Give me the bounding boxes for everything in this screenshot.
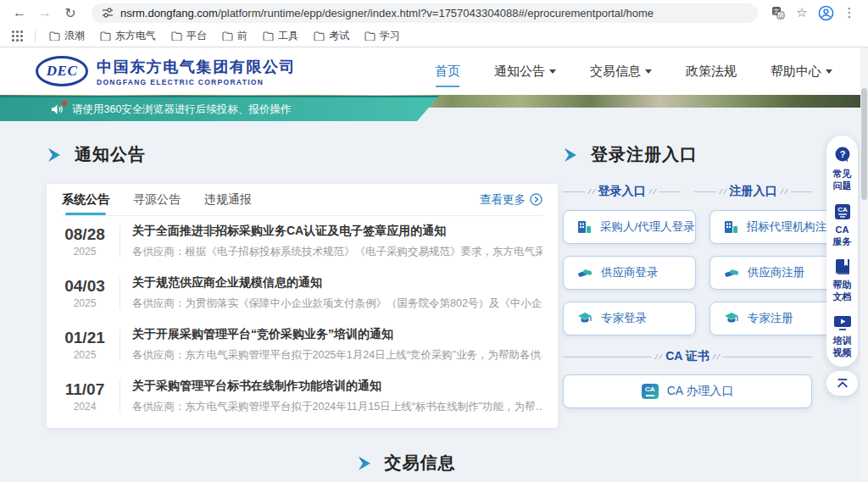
menu-kebab-icon[interactable]: ⋮ bbox=[839, 3, 860, 23]
handshake-icon bbox=[577, 267, 593, 280]
bookmark-item[interactable]: 考试 bbox=[309, 27, 354, 45]
rail-label: CA服务 bbox=[832, 224, 854, 248]
training-videos-item[interactable]: 培训视频 bbox=[832, 314, 854, 359]
speaker-icon bbox=[51, 103, 64, 115]
notice-title[interactable]: 关于开展采购管理平台“竞价采购业务”培训的通知 bbox=[132, 327, 542, 342]
building-icon bbox=[724, 220, 738, 234]
section-title: 交易信息 bbox=[385, 452, 456, 474]
bookmark-label: 平台 bbox=[186, 29, 207, 43]
entry-button-label: 招标代理机构注册 bbox=[747, 219, 838, 235]
company-name-en: DONGFANG ELECTRIC CORPORATION bbox=[97, 78, 296, 86]
notice-date-year: 2024 bbox=[62, 401, 108, 413]
notice-row[interactable]: 08/28 2025 关于全面推进非招标采购业务CA认证及电子签章应用的通知 各… bbox=[62, 216, 542, 268]
tab-system-notices[interactable]: 系统公告 bbox=[62, 184, 109, 215]
forward-button[interactable]: → bbox=[34, 2, 56, 24]
question-bubble-icon: ? bbox=[833, 146, 852, 164]
supplier-login-button[interactable]: 供应商登录 bbox=[563, 256, 696, 290]
trade-info-section-header: 交易信息 bbox=[0, 452, 812, 474]
notices-section: 通知公告 系统公告 寻源公告 违规通报 查看更多 08/28 2025 bbox=[47, 143, 558, 428]
notice-date: 01/21 2025 bbox=[62, 329, 108, 361]
notice-date: 04/03 2025 bbox=[62, 277, 108, 309]
profile-avatar-icon[interactable] bbox=[815, 3, 836, 23]
bookmark-item[interactable]: 浪潮 bbox=[44, 27, 90, 45]
back-to-top-button[interactable] bbox=[826, 371, 858, 396]
notice-row[interactable]: 04/03 2025 关于规范供应商企业规模信息的通知 各供应商：为贯彻落实《保… bbox=[62, 268, 542, 319]
ca-service-item[interactable]: CA CA服务 bbox=[832, 203, 854, 248]
section-arrow-icon bbox=[47, 148, 64, 162]
ca-button-label: CA 办理入口 bbox=[667, 384, 734, 399]
expert-login-button[interactable]: 专家登录 bbox=[563, 302, 696, 335]
view-more-link[interactable]: 查看更多 bbox=[480, 192, 542, 208]
faq-item[interactable]: ? 常见问题 bbox=[832, 146, 854, 192]
help-docs-item[interactable]: 帮助文档 bbox=[832, 258, 854, 303]
reload-button[interactable]: ↻ bbox=[59, 2, 81, 24]
dropdown-caret-icon bbox=[645, 69, 652, 74]
nav-trade-info[interactable]: 交易信息 bbox=[590, 64, 652, 80]
tab-sourcing-notices[interactable]: 寻源公告 bbox=[133, 184, 181, 215]
notice-title[interactable]: 关于规范供应商企业规模信息的通知 bbox=[132, 275, 542, 291]
nav-notices[interactable]: 通知公告 bbox=[494, 64, 556, 80]
section-title: 通知公告 bbox=[75, 143, 146, 166]
address-bar[interactable]: nsrm.dongfang.com/platform/runtime/epp/d… bbox=[92, 3, 758, 23]
nav-label: 帮助中心 bbox=[771, 64, 821, 80]
scrollbar-thumb[interactable] bbox=[861, 88, 867, 200]
nav-home[interactable]: 首页 bbox=[435, 64, 460, 80]
login-register-section: 登录注册入口 登录入口 注册入口 bbox=[563, 143, 812, 408]
folder-icon bbox=[364, 31, 376, 41]
buyer-agent-login-button[interactable]: 采购人/代理人登录 bbox=[563, 210, 696, 244]
supplier-register-button[interactable]: 供应商注册 bbox=[709, 256, 839, 290]
company-name-block: 中国东方电气集团有限公司 DONGFANG ELECTRIC CORPORATI… bbox=[97, 57, 296, 86]
translate-icon[interactable]: 文 G bbox=[768, 3, 788, 23]
notice-date-year: 2025 bbox=[62, 349, 108, 361]
folder-icon bbox=[263, 31, 274, 41]
bookmark-label: 浪潮 bbox=[64, 29, 85, 43]
expert-register-button[interactable]: 专家注册 bbox=[709, 302, 839, 335]
notice-date-md: 01/21 bbox=[62, 329, 108, 347]
notice-row[interactable]: 01/21 2025 关于开展采购管理平台“竞价采购业务”培训的通知 各供应商：… bbox=[62, 319, 542, 371]
handshake-icon bbox=[724, 267, 739, 280]
apps-grid-icon[interactable] bbox=[12, 30, 23, 42]
notice-row[interactable]: 11/07 2024 关于采购管理平台标书在线制作功能培训的通知 各供应商：东方… bbox=[62, 371, 542, 423]
notice-date-md: 08/28 bbox=[62, 225, 108, 244]
nav-help-center[interactable]: 帮助中心 bbox=[771, 64, 832, 80]
bookmark-item[interactable]: 东方电气 bbox=[95, 27, 161, 45]
notice-date: 08/28 2025 bbox=[62, 225, 108, 258]
svg-text:?: ? bbox=[839, 149, 845, 159]
tab-violation-reports[interactable]: 违规通报 bbox=[204, 184, 252, 215]
notice-title[interactable]: 关于采购管理平台标书在线制作功能培训的通知 bbox=[132, 379, 542, 394]
circle-chevron-right-icon bbox=[530, 193, 542, 206]
folder-icon bbox=[222, 31, 233, 41]
folder-icon bbox=[171, 31, 182, 41]
notices-tabs: 系统公告 寻源公告 违规通报 查看更多 bbox=[62, 184, 542, 216]
bookmark-item[interactable]: 工具 bbox=[258, 27, 303, 45]
divider bbox=[120, 380, 120, 413]
nav-policies[interactable]: 政策法规 bbox=[686, 64, 737, 80]
back-button[interactable]: ← bbox=[8, 2, 31, 24]
dec-logo: DEC bbox=[36, 56, 88, 86]
bidding-agency-register-button[interactable]: 招标代理机构注册 bbox=[709, 210, 839, 244]
bookmark-star-icon[interactable]: ☆ bbox=[792, 3, 812, 23]
section-arrow-icon bbox=[563, 148, 580, 162]
entry-button-label: 供应商注册 bbox=[748, 265, 805, 280]
back-to-top-icon bbox=[836, 378, 849, 389]
svg-text:CA: CA bbox=[837, 206, 848, 213]
notice-title[interactable]: 关于全面推进非招标采购业务CA认证及电子签章应用的通知 bbox=[132, 224, 542, 239]
rail-label: 常见问题 bbox=[832, 168, 854, 192]
login-section-header: 登录注册入口 bbox=[563, 143, 812, 166]
bookmarks-divider bbox=[35, 30, 36, 42]
announcement-ticker[interactable]: 请使用360安全浏览器进行后续投标、报价操作 bbox=[0, 96, 439, 121]
site-header: DEC 中国东方电气集团有限公司 DONGFANG ELECTRIC CORPO… bbox=[0, 47, 868, 95]
quick-help-rail: ? 常见问题 CA CA服务 帮助文档 培训视频 bbox=[826, 136, 858, 367]
ca-card-icon: CA bbox=[833, 203, 852, 220]
entry-buttons: 采购人/代理人登录 招标代理机构注册 供应商 bbox=[563, 210, 812, 335]
ca-group-header: CA 证书 bbox=[563, 349, 812, 364]
ca-apply-button[interactable]: CA CA 办理入口 bbox=[563, 374, 812, 408]
building-icon bbox=[577, 220, 592, 234]
bookmark-item[interactable]: 学习 bbox=[359, 27, 405, 45]
bookmark-item[interactable]: 前 bbox=[217, 27, 253, 45]
bookmark-item[interactable]: 平台 bbox=[166, 27, 212, 45]
portal-home: 通知公告 系统公告 寻源公告 违规通报 查看更多 08/28 2025 bbox=[0, 121, 868, 482]
notice-desc: 各供应商：东方电气采购管理平台拟于2024年11月15日上线“标书在线制作”功能… bbox=[132, 400, 542, 414]
nav-label: 交易信息 bbox=[590, 64, 641, 80]
dropdown-caret-icon bbox=[549, 69, 556, 74]
